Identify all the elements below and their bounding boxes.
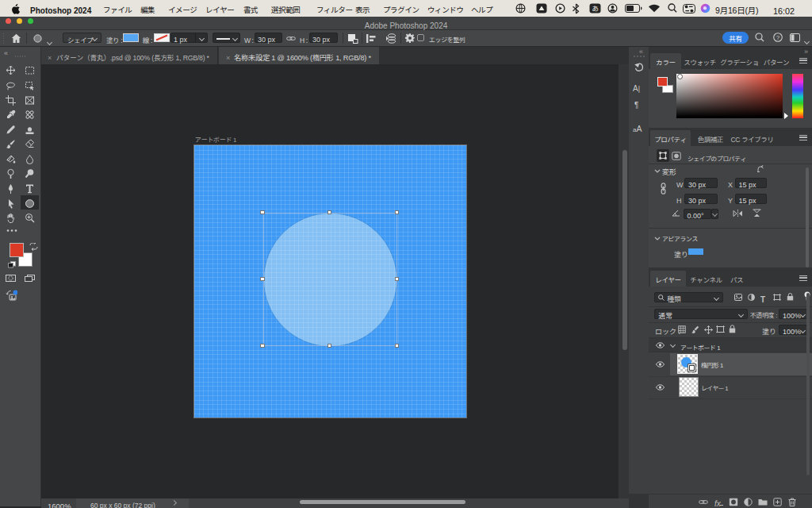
svg-text:?: ? xyxy=(776,33,780,41)
svg-text:あ: あ xyxy=(592,3,599,13)
